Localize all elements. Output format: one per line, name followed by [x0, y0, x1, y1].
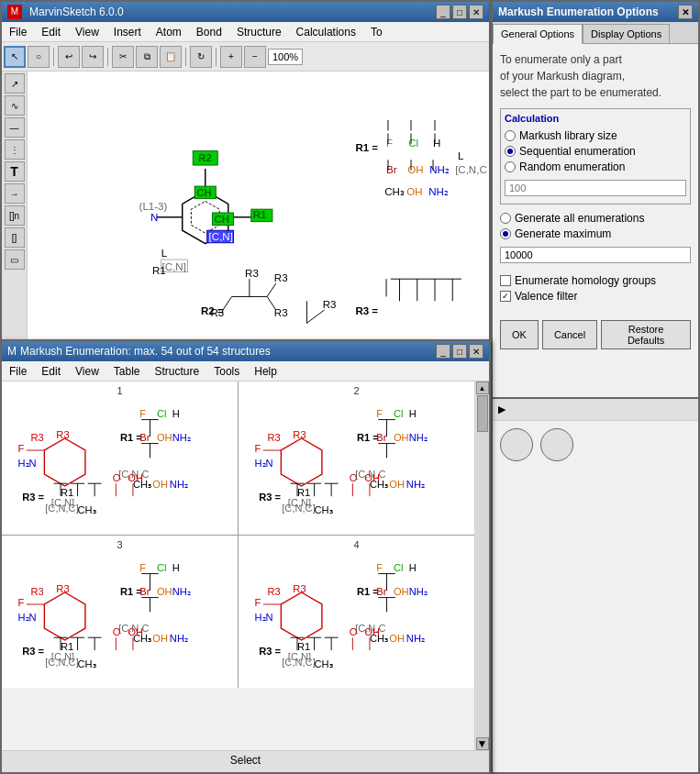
restore-defaults-button[interactable]: Restore Defaults: [601, 320, 691, 349]
svg-text:R3: R3: [293, 429, 306, 440]
options-titlebar: Markush Enumeration Options ✕: [493, 2, 698, 22]
tool-brackets[interactable]: []: [5, 227, 25, 248]
results-menu-file[interactable]: File: [6, 363, 30, 380]
radio-random-circle[interactable]: [505, 161, 516, 172]
max-value-input[interactable]: [500, 247, 691, 263]
results-menu-tools[interactable]: Tools: [210, 363, 243, 380]
checkbox-homology[interactable]: Enumerate homology groups: [500, 274, 691, 287]
scroll-up-btn[interactable]: ▲: [476, 381, 489, 394]
radio-sequential[interactable]: Sequential enumeration: [505, 145, 686, 158]
radio-generate-all-circle[interactable]: [500, 213, 511, 224]
tab-display-options[interactable]: Display Options: [583, 24, 670, 43]
results-statusbar: Select: [2, 750, 489, 772]
svg-text:R3: R3: [267, 586, 280, 597]
svg-text:CH₃: CH₃: [384, 186, 405, 197]
menu-view[interactable]: View: [72, 24, 103, 40]
options-close-btn[interactable]: ✕: [678, 5, 693, 19]
svg-text:OH: OH: [406, 186, 422, 197]
undo-btn[interactable]: ↩: [58, 46, 80, 68]
options-dialog: Markush Enumeration Options ✕ General Op…: [491, 0, 700, 399]
radio-sequential-circle[interactable]: [505, 146, 516, 157]
svg-line-52: [306, 310, 324, 323]
radio-generate-max-circle[interactable]: [500, 228, 511, 239]
results-menu-view[interactable]: View: [72, 363, 103, 380]
zoom-out-btn[interactable]: −: [244, 46, 266, 68]
checkbox-homology-box[interactable]: [500, 275, 511, 286]
menu-edit[interactable]: Edit: [38, 24, 64, 40]
tab-general-options[interactable]: General Options: [493, 24, 583, 44]
tool-diagonal-arrow[interactable]: ↗: [5, 73, 25, 94]
results-menu-help[interactable]: Help: [250, 363, 281, 380]
results-close-btn[interactable]: ✕: [469, 344, 483, 359]
menu-calculations[interactable]: Calculations: [293, 24, 360, 40]
minimize-btn[interactable]: _: [436, 5, 450, 19]
marvin-canvas[interactable]: N (L1-3) R2 CH R1 CH: [28, 72, 489, 354]
toolbar-sep-3: [185, 48, 186, 66]
panel-circle-2: [540, 428, 573, 461]
rotate-btn[interactable]: ↻: [190, 46, 212, 68]
svg-text:Br: Br: [139, 432, 150, 443]
radio-markush-library-circle[interactable]: [505, 130, 516, 141]
scroll-down-btn[interactable]: ▼: [476, 737, 489, 750]
close-btn[interactable]: ✕: [469, 5, 483, 19]
panel-arrow: ▶: [498, 404, 506, 415]
results-menu-structure[interactable]: Structure: [151, 363, 204, 380]
tool-dots[interactable]: ⋮: [5, 139, 25, 160]
limit-input[interactable]: [505, 180, 686, 196]
svg-text:H₂N: H₂N: [254, 611, 272, 622]
results-cell-2[interactable]: 2 R3 R3 H₂N F R1 [C,N]: [239, 381, 474, 535]
scroll-thumb[interactable]: [477, 395, 488, 432]
svg-text:NH₂: NH₂: [406, 479, 424, 490]
cut-btn[interactable]: ✂: [112, 46, 134, 68]
svg-text:F: F: [254, 597, 261, 608]
radio-generate-max[interactable]: Generate maximum: [500, 227, 691, 240]
zoom-in-btn[interactable]: +: [220, 46, 242, 68]
paste-btn[interactable]: 📋: [160, 46, 182, 68]
tool-wave[interactable]: ∿: [5, 95, 25, 116]
copy-btn[interactable]: ⧉: [136, 46, 158, 68]
tool-brackets-n[interactable]: []n: [5, 205, 25, 226]
svg-text:OH: OH: [156, 586, 172, 597]
menu-bond[interactable]: Bond: [193, 24, 226, 40]
results-cell-1[interactable]: 1 R3 R3 H₂N F R1 [C,N]: [2, 381, 238, 535]
zoom-level: 100%: [268, 49, 303, 65]
calculation-title: Calculation: [505, 113, 686, 124]
results-minimize-btn[interactable]: _: [436, 344, 450, 359]
radio-generate-all[interactable]: Generate all enumerations: [500, 212, 691, 225]
lasso-tool[interactable]: ○: [28, 46, 50, 68]
svg-text:R3: R3: [267, 432, 280, 443]
results-menu-table[interactable]: Table: [110, 363, 144, 380]
svg-text:H: H: [433, 138, 440, 149]
checkbox-valence[interactable]: ✓ Valence filter: [500, 290, 691, 303]
ok-button[interactable]: OK: [500, 320, 539, 349]
svg-text:H₂N: H₂N: [17, 458, 36, 469]
menu-to[interactable]: To: [367, 24, 386, 40]
cancel-button[interactable]: Cancel: [542, 320, 597, 349]
statusbar-text: Select: [230, 754, 261, 767]
svg-text:[C,N,C: [C,N,C: [455, 164, 487, 175]
menu-insert[interactable]: Insert: [110, 24, 145, 40]
marvin-icon: M: [7, 5, 22, 19]
maximize-btn[interactable]: □: [452, 5, 467, 19]
scrollbar[interactable]: ▲ ▼: [474, 381, 489, 750]
results-menu-edit[interactable]: Edit: [38, 363, 64, 380]
svg-text:CH: CH: [196, 187, 212, 198]
checkbox-valence-box[interactable]: ✓: [500, 291, 511, 302]
results-maximize-btn[interactable]: □: [452, 344, 467, 359]
radio-markush-library[interactable]: Markush library size: [505, 129, 686, 142]
tool-rect[interactable]: ▭: [5, 249, 25, 270]
radio-sequential-label: Sequential enumeration: [519, 145, 636, 158]
results-cell-4[interactable]: 4 R3 R3 H₂N F R1 [C,N]: [239, 536, 474, 689]
redo-btn[interactable]: ↪: [82, 46, 104, 68]
svg-text:R1: R1: [297, 641, 310, 652]
tool-arrow[interactable]: →: [5, 183, 25, 204]
tool-text[interactable]: T: [5, 161, 25, 182]
menu-structure[interactable]: Structure: [233, 24, 285, 40]
cursor-tool[interactable]: ↖: [4, 46, 26, 68]
svg-text:CH: CH: [214, 214, 229, 225]
tool-line[interactable]: —: [5, 117, 25, 138]
menu-atom[interactable]: Atom: [152, 24, 185, 40]
radio-random[interactable]: Random enumeration: [505, 160, 686, 173]
results-cell-3[interactable]: 3 R3 R3 H₂N F R1 [C,N]: [2, 536, 238, 689]
menu-file[interactable]: File: [6, 24, 30, 40]
